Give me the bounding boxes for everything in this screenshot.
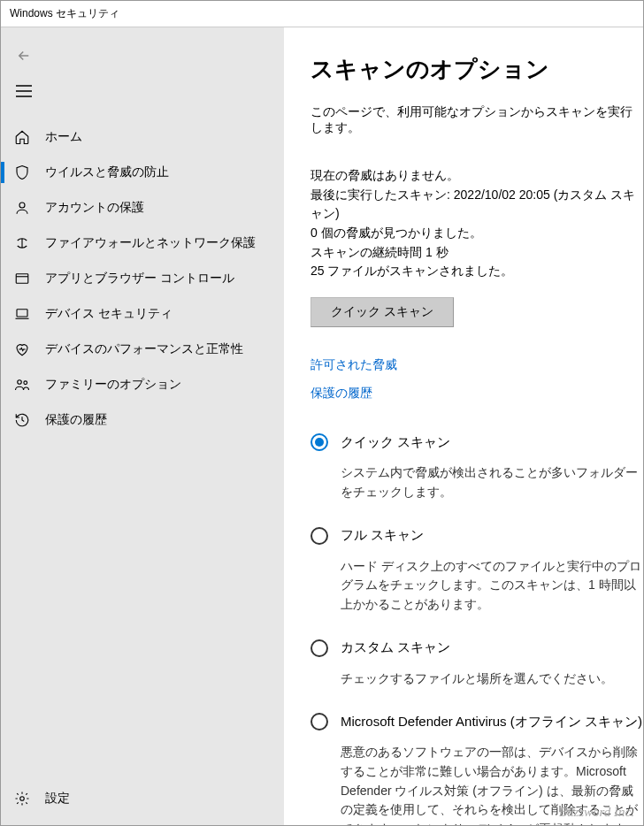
radio-description: チェックするファイルと場所を選んでください。	[341, 669, 643, 689]
radio-option-quick[interactable]: クイック スキャン	[310, 433, 643, 451]
nav-item-firewall[interactable]: ファイアウォールとネットワーク保護	[1, 226, 284, 261]
nav-list: ホーム ウイルスと脅威の防止 アカウントの保護	[1, 119, 284, 438]
history-icon	[13, 411, 31, 429]
wifi-icon	[13, 234, 31, 252]
window-titlebar: Windows セキュリティ	[1, 1, 643, 27]
home-icon	[13, 128, 31, 146]
status-line: 25 ファイルがスキャンされました。	[310, 262, 643, 281]
radio-option-full[interactable]: フル スキャン	[310, 527, 643, 545]
svg-point-8	[18, 380, 22, 385]
nav-item-label: アカウントの保護	[45, 200, 144, 216]
radio-label: フル スキャン	[341, 527, 424, 544]
arrow-left-icon	[16, 48, 32, 64]
svg-point-10	[20, 797, 25, 801]
window-icon	[13, 270, 31, 287]
threat-status: 現在の脅威はありません。 最後に実行したスキャン: 2022/10/02 20:…	[310, 166, 643, 281]
scan-options-group: クイック スキャン システム内で脅威が検出されることが多いフォルダーをチェックし…	[310, 433, 643, 825]
gear-icon	[13, 790, 31, 807]
laptop-icon	[13, 305, 31, 323]
nav-item-settings[interactable]: 設定	[1, 781, 284, 816]
radio-label: Microsoft Defender Antivirus (オフライン スキャン…	[341, 714, 642, 730]
status-line: 現在の脅威はありません。	[310, 166, 643, 186]
svg-rect-4	[16, 274, 28, 284]
status-line: スキャンの継続時間 1 秒	[310, 243, 643, 263]
page-title: スキャンのオプション	[310, 54, 643, 85]
radio-option-offline[interactable]: Microsoft Defender Antivirus (オフライン スキャン…	[310, 713, 643, 730]
nav-item-label: アプリとブラウザー コントロール	[45, 271, 234, 287]
radio-icon	[310, 713, 328, 730]
nav-item-device-security[interactable]: デバイス セキュリティ	[1, 296, 284, 332]
heart-icon	[13, 340, 31, 358]
nav-item-label: デバイス セキュリティ	[45, 306, 172, 322]
person-icon	[13, 199, 31, 217]
nav-item-virus[interactable]: ウイルスと脅威の防止	[1, 155, 284, 190]
svg-point-3	[19, 203, 25, 208]
nav-item-label: 保護の履歴	[45, 412, 107, 428]
sidebar: ホーム ウイルスと脅威の防止 アカウントの保護	[1, 27, 284, 825]
radio-description: システム内で脅威が検出されることが多いフォルダーをチェックします。	[341, 463, 643, 501]
status-line: 最後に実行したスキャン: 2022/10/02 20:05 (カスタム スキャン…	[310, 186, 643, 224]
nav-item-performance[interactable]: デバイスのパフォーマンスと正常性	[1, 332, 284, 367]
nav-item-history[interactable]: 保護の履歴	[1, 402, 284, 438]
nav-item-app-browser[interactable]: アプリとブラウザー コントロール	[1, 261, 284, 296]
nav-item-account[interactable]: アカウントの保護	[1, 190, 284, 226]
nav-item-label: ウイルスと脅威の防止	[45, 164, 169, 180]
nav-item-home[interactable]: ホーム	[1, 119, 284, 155]
nav-item-label: ホーム	[45, 129, 82, 145]
nav-item-label: 設定	[45, 791, 70, 807]
nav-item-label: デバイスのパフォーマンスと正常性	[45, 341, 243, 357]
allowed-threats-link[interactable]: 許可された脅威	[310, 357, 643, 373]
radio-option-custom[interactable]: カスタム スキャン	[310, 639, 643, 657]
page-subtitle: このページで、利用可能なオプションからスキャンを実行します。	[310, 104, 643, 136]
menu-toggle-button[interactable]	[6, 75, 42, 107]
nav-item-label: ファミリーのオプション	[45, 377, 181, 393]
watermark: Buzzword Inc.	[559, 805, 634, 820]
shield-icon	[13, 164, 31, 181]
radio-description: ハード ディスク上のすべてのファイルと実行中のプログラムをチェックします。このス…	[341, 557, 643, 615]
status-line: 0 個の脅威が見つかりました。	[310, 224, 643, 243]
radio-label: カスタム スキャン	[341, 639, 450, 656]
quick-scan-button[interactable]: クイック スキャン	[310, 297, 454, 327]
hamburger-icon	[16, 85, 32, 97]
window-title: Windows セキュリティ	[10, 6, 119, 21]
svg-rect-6	[17, 310, 27, 317]
radio-icon	[310, 527, 328, 545]
back-button[interactable]	[6, 42, 42, 70]
radio-label: クイック スキャン	[341, 434, 450, 451]
protection-history-link[interactable]: 保護の履歴	[310, 386, 643, 402]
people-icon	[13, 376, 31, 394]
svg-point-9	[24, 381, 27, 385]
nav-item-label: ファイアウォールとネットワーク保護	[45, 235, 256, 251]
main-content: スキャンのオプション このページで、利用可能なオプションからスキャンを実行します…	[284, 27, 643, 825]
radio-icon	[310, 639, 328, 657]
nav-item-family[interactable]: ファミリーのオプション	[1, 367, 284, 402]
radio-icon	[310, 433, 328, 451]
